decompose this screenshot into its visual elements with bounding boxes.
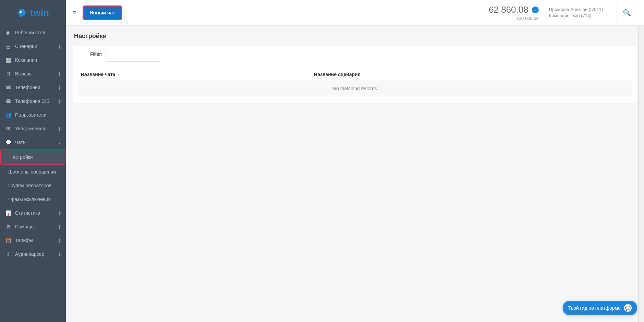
sidebar-sub-label: Группы операторов — [8, 183, 51, 188]
balance-main: 62 860.08 ⌄ — [489, 4, 539, 15]
hamburger-icon[interactable]: ≡ — [73, 9, 76, 16]
sidebar-item-label: Телефония — [15, 85, 40, 90]
calls-icon: 🗓 — [5, 71, 11, 76]
sidebar-item-label: Тарифы — [15, 238, 33, 243]
telephony-cis-icon: ☎ — [5, 98, 11, 104]
sidebar-item-calls[interactable]: 🗓 Вызовы ❯ — [0, 67, 66, 81]
sidebar-item-audioparser[interactable]: 🎚 Аудиопарсер ❯ — [0, 247, 66, 261]
tariffs-icon: 🧮 — [5, 238, 11, 243]
users-icon: 👥 — [5, 112, 11, 118]
sidebar-nav: ◉ Рабочий стол ▤ Сценарии ❯ 🏢 Компании 🗓… — [0, 26, 66, 322]
sidebar-sub-label: Фразы исключения — [8, 196, 51, 202]
dashboard-icon: ◉ — [5, 30, 11, 35]
chevron-right-icon: ❯ — [58, 211, 61, 215]
guide-label: Твой гид по платформе — [568, 305, 621, 311]
sidebar-sub-exclusions[interactable]: Фразы исключения — [0, 192, 66, 206]
sidebar-sub-label: Шаблоны сообщений — [8, 169, 56, 175]
filter-row: Filter: — [78, 51, 632, 62]
col-label: Название чата — [81, 72, 116, 77]
stats-icon: 📊 — [5, 210, 11, 216]
filter-label: Filter: — [78, 51, 102, 57]
chevron-right-icon: ❯ — [58, 99, 61, 104]
sidebar-item-stats[interactable]: 📊 Статистика ❯ — [0, 206, 66, 220]
chevron-down-badge-icon[interactable]: ⌄ — [532, 7, 539, 13]
sidebar-item-label: Аудиопарсер — [15, 251, 44, 257]
sidebar-item-label: Сценарии — [15, 44, 37, 49]
settings-panel: Filter: Название чата↓↑ Название сценари… — [73, 46, 637, 103]
sidebar-item-telephony-cis[interactable]: ☎ Телефония CIS ❯ — [0, 94, 66, 108]
search-icon: 🔍 — [623, 9, 631, 17]
sidebar-item-label: Телефония CIS — [15, 98, 50, 104]
guide-button[interactable]: Твой гид по платформе 💬 — [563, 301, 637, 315]
chevron-right-icon: ❯ — [58, 44, 61, 49]
chevron-right-icon: ❯ — [58, 85, 61, 90]
sidebar-item-telephony[interactable]: ☎ Телефония ❯ — [0, 81, 66, 94]
audio-icon: 🎚 — [5, 251, 11, 257]
search-button[interactable]: 🔍 — [617, 2, 637, 23]
sort-icon: ↓↑ — [361, 73, 365, 77]
sidebar-item-label: Вызовы — [15, 71, 33, 76]
topbar: ≡ Новый чат 62 860.08 ⌄ 130 000.00 Прохо… — [66, 0, 644, 26]
chats-icon: 💬 — [5, 140, 11, 145]
sidebar-item-label: Пользователи — [15, 112, 46, 118]
sort-icon: ↓↑ — [116, 73, 120, 77]
col-actions — [608, 68, 632, 81]
svg-point-1 — [20, 11, 22, 13]
svg-point-0 — [18, 9, 26, 16]
sidebar-item-notifications[interactable]: ✉ Уведомления ❯ — [0, 122, 66, 135]
logo: twin — [16, 8, 49, 19]
user-name: Прохоров Алексей (t7641) — [549, 7, 603, 13]
user-company: Компания Twin (714) — [549, 13, 603, 19]
sidebar-item-label: Статистика — [15, 210, 40, 216]
sidebar-item-label: Рабочий стол — [15, 30, 45, 35]
chats-table: Название чата↓↑ Название сценария↓↑ No m… — [78, 68, 632, 96]
sidebar-item-users[interactable]: 👥 Пользователи — [0, 108, 66, 122]
col-chat-name[interactable]: Название чата↓↑ — [78, 68, 311, 81]
new-chat-button[interactable]: Новый чат — [83, 5, 123, 20]
main-content: Настройки Filter: Название чата↓↑ Назван… — [66, 26, 644, 322]
brand-text: twin — [30, 8, 49, 18]
sidebar-item-help[interactable]: ⚙ Помощь ❯ — [0, 220, 66, 234]
sidebar-sub-settings[interactable]: Настройки — [0, 150, 65, 165]
sidebar-sub-groups[interactable]: Группы операторов — [0, 179, 66, 192]
sidebar-item-scenarios[interactable]: ▤ Сценарии ❯ — [0, 39, 66, 53]
chevron-right-icon: ❯ — [58, 238, 61, 243]
col-label: Название сценария — [314, 72, 361, 77]
chevron-right-icon: ❯ — [58, 252, 61, 257]
balance-value: 62 860.08 — [489, 4, 528, 15]
sidebar-item-companies[interactable]: 🏢 Компании — [0, 53, 66, 67]
company-icon: 🏢 — [5, 57, 11, 63]
chevron-right-icon: ❯ — [58, 72, 61, 76]
help-icon: ⚙ — [5, 224, 11, 229]
chat-bubble-icon: 💬 — [624, 304, 632, 312]
filter-input[interactable] — [106, 51, 160, 62]
col-scenario-name[interactable]: Название сценария↓↑ — [311, 68, 608, 81]
sidebar-item-chats[interactable]: 💬 Чаты ⌄ — [0, 135, 66, 149]
user-info[interactable]: Прохоров Алексей (t7641) Компания Twin (… — [549, 7, 603, 19]
scrollbar[interactable] — [638, 0, 644, 322]
sidebar-item-label: Помощь — [15, 224, 34, 229]
sidebar: twin ◉ Рабочий стол ▤ Сценарии ❯ 🏢 Компа… — [0, 0, 66, 322]
logo-area[interactable]: twin — [0, 0, 66, 26]
sidebar-sub-templates[interactable]: Шаблоны сообщений — [0, 165, 66, 179]
notifications-icon: ✉ — [5, 126, 11, 131]
sidebar-item-tariffs[interactable]: 🧮 Тарифы ❯ — [0, 234, 66, 247]
sidebar-sub-label: Настройки — [9, 154, 33, 160]
sidebar-item-label: Компании — [15, 57, 37, 63]
sidebar-item-dashboard[interactable]: ◉ Рабочий стол — [0, 26, 66, 39]
scenarios-icon: ▤ — [5, 44, 11, 49]
table-empty-row: No matching records — [78, 81, 632, 96]
sidebar-item-label: Чаты — [15, 140, 26, 145]
chevron-down-icon: ⌄ — [58, 140, 61, 145]
sidebar-item-label: Уведомления — [15, 126, 45, 131]
topbar-right: 62 860.08 ⌄ 130 000.00 Прохоров Алексей … — [489, 2, 637, 23]
chevron-right-icon: ❯ — [58, 127, 61, 131]
balance-block[interactable]: 62 860.08 ⌄ 130 000.00 — [489, 4, 539, 21]
chevron-right-icon: ❯ — [58, 225, 61, 229]
empty-message: No matching records — [78, 81, 632, 96]
logo-icon — [16, 8, 27, 19]
balance-sub: 130 000.00 — [489, 16, 539, 21]
telephony-icon: ☎ — [5, 85, 11, 90]
page-title: Настройки — [73, 33, 637, 40]
